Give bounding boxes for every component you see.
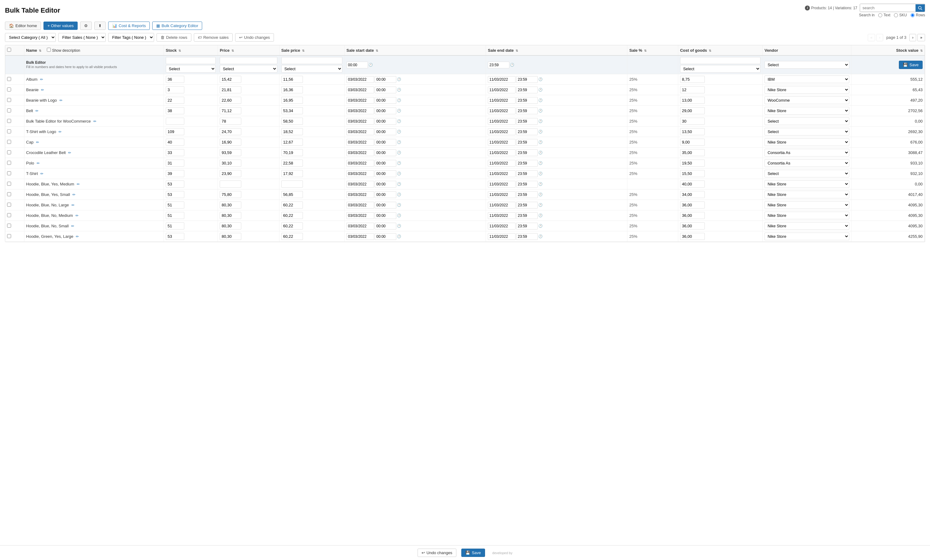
price-input[interactable] [220, 191, 241, 198]
vendor-select[interactable]: IBM IBM Nike Store WooCommerce Consortia… [765, 75, 849, 83]
clock-icon-end[interactable]: 🕐 [538, 224, 543, 228]
clock-icon[interactable]: 🕐 [397, 151, 401, 155]
sale-start-time[interactable] [375, 86, 396, 93]
sale-price-input[interactable] [281, 149, 303, 156]
bulk-sale-price-select[interactable]: Select [281, 65, 343, 73]
undo-changes-button[interactable]: ↩ Undo changes [235, 33, 274, 42]
settings-button[interactable]: ⚙ [80, 22, 92, 30]
sale-end-time[interactable] [516, 118, 538, 125]
price-input[interactable] [220, 138, 241, 146]
clock-icon[interactable]: 🕐 [397, 192, 401, 197]
row-checkbox[interactable] [7, 150, 11, 154]
bulk-price-select[interactable]: Select [220, 65, 277, 73]
sale-start-time[interactable] [375, 76, 396, 83]
next-page-button[interactable]: › [909, 34, 916, 41]
name-column-header[interactable]: Name ⇅ Show description [24, 45, 164, 55]
vendor-select[interactable]: Nike Store IBM Nike Store WooCommerce Co… [765, 222, 849, 230]
sale-end-time[interactable] [516, 223, 538, 229]
sale-price-input[interactable] [281, 170, 303, 177]
clock-icon-end[interactable]: 🕐 [538, 182, 543, 186]
last-page-button[interactable]: » [918, 34, 925, 41]
search-button[interactable] [916, 4, 925, 12]
sale-start-time[interactable] [375, 233, 396, 240]
sale-price-input[interactable] [281, 222, 303, 229]
stock-input[interactable] [166, 180, 184, 188]
cost-input[interactable] [680, 191, 705, 198]
edit-icon[interactable]: ✏ [40, 77, 43, 82]
clock-icon-end[interactable]: 🕐 [510, 63, 514, 67]
bulk-stock-input[interactable] [166, 57, 216, 64]
edit-icon[interactable]: ✏ [59, 130, 62, 134]
bulk-save-button[interactable]: 💾 Save [899, 61, 922, 69]
sale-start-date[interactable] [346, 191, 374, 198]
sale-start-date[interactable] [346, 202, 374, 209]
cost-column-header[interactable]: Cost of goods ⇅ [678, 45, 762, 55]
sale-price-input[interactable] [281, 233, 303, 240]
sale-end-time[interactable] [516, 86, 538, 93]
clock-icon-end[interactable]: 🕐 [538, 161, 543, 165]
sale-start-date[interactable] [346, 181, 374, 188]
clock-icon-end[interactable]: 🕐 [538, 234, 543, 238]
vendor-select[interactable]: Select IBM Nike Store WooCommerce Consor… [765, 170, 849, 177]
clock-icon[interactable]: 🕐 [397, 130, 401, 134]
prev-page-button[interactable]: ‹ [876, 34, 883, 41]
bulk-stock-select[interactable]: Select [166, 65, 216, 73]
sale-start-time[interactable] [375, 118, 396, 125]
show-description-checkbox[interactable] [47, 48, 51, 52]
price-input[interactable] [220, 76, 241, 83]
sale-end-time[interactable] [516, 170, 538, 177]
vendor-select[interactable]: Nike Store IBM Nike Store WooCommerce Co… [765, 138, 849, 146]
bulk-sale-end-time[interactable] [488, 62, 510, 68]
sale-start-date[interactable] [346, 223, 374, 229]
vendor-select[interactable]: Nike Store IBM Nike Store WooCommerce Co… [765, 180, 849, 188]
clock-icon-end[interactable]: 🕐 [538, 151, 543, 155]
stock-input[interactable] [166, 212, 184, 219]
sale-end-date[interactable] [488, 181, 516, 188]
price-input[interactable] [220, 97, 241, 104]
clock-icon-end[interactable]: 🕐 [538, 98, 543, 102]
vendor-select[interactable]: Consortia As IBM Nike Store WooCommerce … [765, 149, 849, 157]
sale-end-time[interactable] [516, 97, 538, 104]
edit-icon[interactable]: ✏ [35, 109, 38, 113]
bulk-price-input[interactable] [220, 57, 277, 64]
sale-start-time[interactable] [375, 160, 396, 167]
cost-input[interactable] [680, 76, 705, 83]
remove-sales-button[interactable]: 🏷 Remove sales [194, 33, 232, 42]
stock-input[interactable] [166, 202, 184, 209]
cost-reports-button[interactable]: 📊 Cost & Reports [108, 22, 150, 30]
sale-end-date[interactable] [488, 108, 516, 114]
sale-price-input[interactable] [281, 202, 303, 209]
sales-filter[interactable]: Filter Sales ( None ) [58, 33, 106, 42]
sale-end-date[interactable] [488, 233, 516, 240]
edit-icon[interactable]: ✏ [77, 182, 80, 186]
bulk-category-button[interactable]: ▦ Bulk Category Editor [152, 22, 202, 30]
vendor-select[interactable]: Nike Store IBM Nike Store WooCommerce Co… [765, 86, 849, 94]
sale-start-time[interactable] [375, 181, 396, 188]
cost-input[interactable] [680, 107, 705, 114]
sale-end-date[interactable] [488, 223, 516, 229]
cost-input[interactable] [680, 138, 705, 146]
sale-start-time[interactable] [375, 108, 396, 114]
clock-icon-end[interactable]: 🕐 [538, 130, 543, 134]
row-checkbox[interactable] [7, 88, 11, 91]
sale-end-date[interactable] [488, 149, 516, 156]
bottom-save-button[interactable]: 💾 Save [461, 549, 485, 557]
row-checkbox[interactable] [7, 224, 11, 228]
first-page-button[interactable]: « [868, 34, 875, 41]
clock-icon-end[interactable]: 🕐 [538, 109, 543, 113]
row-checkbox[interactable] [7, 182, 11, 186]
edit-icon[interactable]: ✏ [93, 119, 97, 123]
sale-start-date[interactable] [346, 160, 374, 167]
import-button[interactable]: ⬆ [94, 22, 106, 30]
price-input[interactable] [220, 233, 241, 240]
sale-end-date[interactable] [488, 202, 516, 209]
stock-input[interactable] [166, 222, 184, 229]
search-rows-radio[interactable]: Rows [911, 13, 925, 17]
sale-end-date[interactable] [488, 212, 516, 219]
vendor-select[interactable]: Select IBM Nike Store WooCommerce Consor… [765, 128, 849, 135]
cost-input[interactable] [680, 160, 705, 167]
sale-start-time[interactable] [375, 128, 396, 135]
bulk-vendor-select[interactable]: Select [765, 61, 849, 69]
bulk-sale-price-input[interactable] [281, 57, 343, 64]
sale-end-date[interactable] [488, 97, 516, 104]
